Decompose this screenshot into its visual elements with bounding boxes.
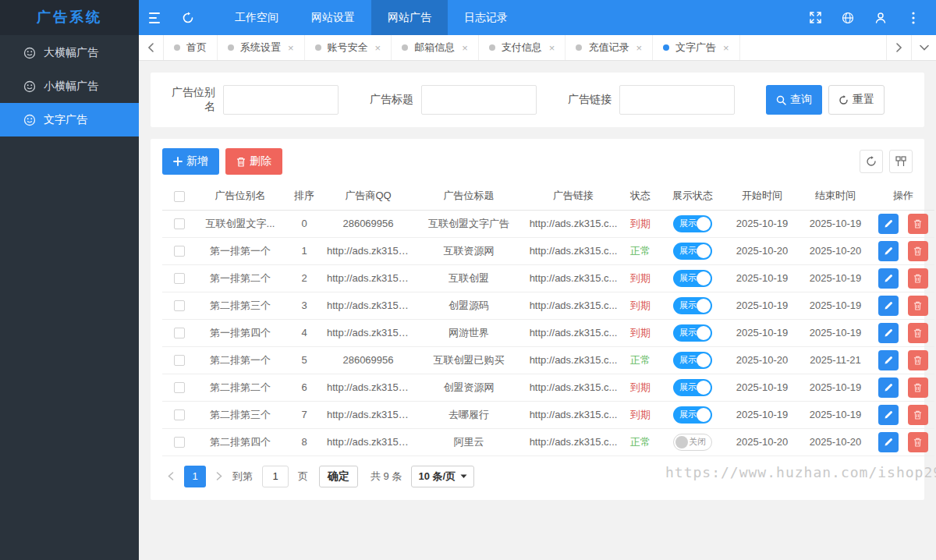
table-refresh-icon[interactable] bbox=[860, 150, 883, 173]
display-toggle[interactable]: 展示 bbox=[673, 297, 712, 314]
user-icon[interactable] bbox=[864, 0, 897, 35]
nav-item-site-ads[interactable]: 网站广告 bbox=[371, 0, 448, 35]
col-end-time: 结束时间 bbox=[799, 183, 872, 210]
next-page-icon[interactable] bbox=[211, 466, 228, 487]
tab-item-3[interactable]: 邮箱信息× bbox=[392, 35, 479, 60]
language-globe-icon[interactable] bbox=[831, 0, 864, 35]
display-toggle[interactable]: 关闭 bbox=[673, 434, 712, 451]
fullscreen-icon[interactable] bbox=[799, 0, 831, 35]
tabs-scroll-left-icon[interactable] bbox=[139, 35, 164, 60]
page-number-current[interactable]: 1 bbox=[184, 466, 206, 487]
cell-ad-link: http://ads.zk315.c... bbox=[526, 264, 621, 292]
row-checkbox[interactable] bbox=[174, 300, 185, 311]
row-checkbox[interactable] bbox=[174, 409, 185, 420]
tab-item-2[interactable]: 账号安全× bbox=[305, 35, 392, 60]
nav-item-logs[interactable]: 日志记录 bbox=[448, 0, 524, 35]
edit-button[interactable] bbox=[878, 377, 899, 398]
tab-dot-icon bbox=[315, 44, 321, 51]
table-row: 互联创盟文字... 0 286069956 互联创盟文字广告 http://ad… bbox=[162, 210, 934, 237]
more-vertical-icon[interactable] bbox=[897, 0, 930, 35]
display-toggle[interactable]: 展示 bbox=[673, 406, 712, 424]
tab-close-icon[interactable]: × bbox=[549, 43, 555, 53]
tab-item-4[interactable]: 支付信息× bbox=[479, 35, 566, 60]
tabs-menu-caret-icon[interactable] bbox=[911, 35, 936, 60]
goto-page-input[interactable] bbox=[262, 466, 289, 487]
row-delete-button[interactable] bbox=[908, 241, 928, 261]
edit-button[interactable] bbox=[878, 241, 899, 261]
row-delete-button[interactable] bbox=[908, 323, 928, 343]
cell-end-time: 2025-10-19 bbox=[799, 374, 872, 401]
ad-link-input[interactable] bbox=[619, 85, 735, 115]
tab-close-icon[interactable]: × bbox=[288, 43, 294, 53]
row-checkbox[interactable] bbox=[174, 437, 185, 448]
tab-close-icon[interactable]: × bbox=[636, 43, 642, 53]
row-delete-button[interactable] bbox=[908, 405, 928, 425]
edit-button[interactable] bbox=[878, 214, 899, 234]
cell-ad-alias: 第二排第二个 bbox=[197, 374, 284, 401]
watermark-text: https://www.huzhan.com/ishop29163 bbox=[665, 464, 936, 480]
row-checkbox[interactable] bbox=[174, 328, 185, 338]
row-checkbox[interactable] bbox=[174, 273, 185, 284]
edit-button[interactable] bbox=[878, 405, 899, 425]
row-delete-button[interactable] bbox=[908, 377, 928, 398]
tab-item-1[interactable]: 系统设置× bbox=[218, 35, 305, 60]
tab-close-icon[interactable]: × bbox=[375, 43, 381, 53]
tabs-scroll-right-icon[interactable] bbox=[886, 35, 911, 60]
display-toggle[interactable]: 展示 bbox=[673, 243, 712, 260]
edit-button[interactable] bbox=[878, 350, 899, 370]
row-checkbox[interactable] bbox=[174, 246, 185, 257]
delete-button[interactable]: 删除 bbox=[225, 148, 282, 175]
tab-item-6[interactable]: 文字广告× bbox=[653, 35, 740, 60]
row-delete-button[interactable] bbox=[908, 432, 928, 452]
nav-item-workspace[interactable]: 工作空间 bbox=[218, 0, 295, 35]
tab-item-5[interactable]: 充值记录× bbox=[566, 35, 653, 60]
row-checkbox[interactable] bbox=[174, 218, 185, 229]
row-checkbox[interactable] bbox=[174, 355, 185, 366]
col-advertiser-qq: 广告商QQ bbox=[324, 183, 412, 210]
display-toggle[interactable]: 展示 bbox=[673, 215, 712, 232]
edit-button[interactable] bbox=[878, 432, 899, 452]
edit-button[interactable] bbox=[878, 268, 899, 289]
row-delete-button[interactable] bbox=[908, 296, 928, 316]
edit-button[interactable] bbox=[878, 323, 899, 343]
prev-page-icon[interactable] bbox=[162, 466, 179, 487]
cell-ad-alias: 第二排第四个 bbox=[197, 428, 284, 455]
edit-button[interactable] bbox=[878, 296, 899, 316]
row-delete-button[interactable] bbox=[908, 214, 928, 234]
add-button[interactable]: 新增 bbox=[162, 148, 219, 175]
tab-close-icon[interactable]: × bbox=[462, 43, 468, 53]
ad-title-input[interactable] bbox=[421, 85, 537, 115]
row-checkbox[interactable] bbox=[174, 382, 185, 393]
tab-close-icon[interactable]: × bbox=[723, 43, 729, 53]
column-filter-icon[interactable] bbox=[889, 150, 913, 173]
row-delete-button[interactable] bbox=[908, 350, 928, 370]
tab-label: 充值记录 bbox=[588, 41, 629, 55]
cell-ad-link: http://ads.zk315.c... bbox=[526, 428, 621, 455]
row-delete-button[interactable] bbox=[908, 268, 928, 289]
page-size-select[interactable]: 10 条/页 bbox=[411, 466, 474, 487]
goto-confirm-button[interactable]: 确定 bbox=[319, 466, 358, 487]
cell-ad-title: 去哪履行 bbox=[412, 401, 526, 428]
ad-alias-input[interactable] bbox=[223, 85, 339, 115]
toggle-knob bbox=[675, 436, 688, 448]
sidebar-item-small-banner[interactable]: 小横幅广告 bbox=[0, 69, 139, 103]
refresh-icon[interactable] bbox=[172, 0, 204, 35]
col-ad-title: 广告位标题 bbox=[412, 183, 526, 210]
select-all-checkbox[interactable] bbox=[174, 191, 185, 202]
display-toggle[interactable]: 展示 bbox=[673, 270, 712, 287]
sidebar-item-text-ad[interactable]: 文字广告 bbox=[0, 103, 139, 136]
query-button[interactable]: 查询 bbox=[766, 85, 822, 115]
display-toggle[interactable]: 展示 bbox=[673, 324, 712, 342]
nav-item-site-settings[interactable]: 网站设置 bbox=[295, 0, 371, 35]
top-header: 工作空间 网站设置 网站广告 日志记录 bbox=[139, 0, 936, 35]
menu-toggle-icon[interactable] bbox=[139, 0, 172, 35]
display-toggle[interactable]: 展示 bbox=[673, 352, 712, 369]
reset-button[interactable]: 重置 bbox=[828, 85, 885, 115]
reset-refresh-icon bbox=[838, 95, 849, 105]
cell-ad-link: http://ads.zk315.c... bbox=[526, 319, 621, 346]
toggle-label: 展示 bbox=[679, 354, 697, 366]
tab-item-0[interactable]: 首页 bbox=[164, 35, 218, 60]
display-toggle[interactable]: 展示 bbox=[673, 379, 712, 396]
sidebar-item-big-banner[interactable]: 大横幅广告 bbox=[0, 36, 139, 69]
status-badge: 到期 bbox=[621, 292, 660, 319]
